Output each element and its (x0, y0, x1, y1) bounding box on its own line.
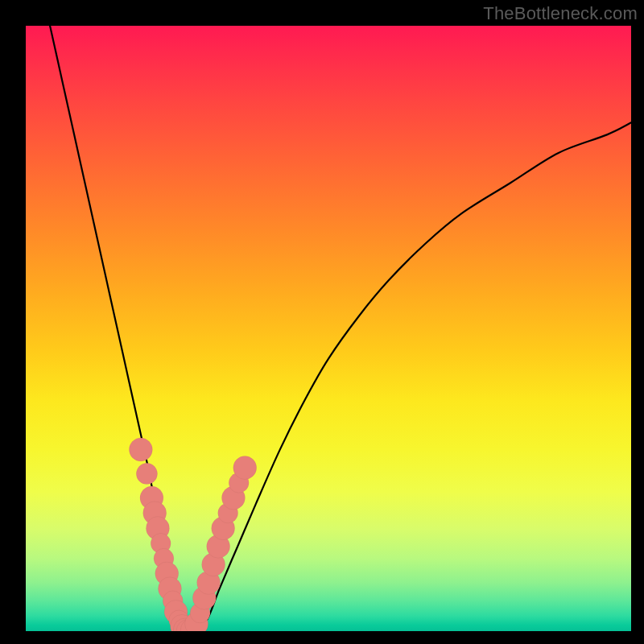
bottleneck-curve-group (50, 26, 631, 631)
curve-layer (26, 26, 631, 631)
watermark-text: TheBottleneck.com (483, 3, 638, 24)
bottleneck-curve (50, 26, 631, 631)
chart-frame (26, 26, 631, 631)
bead-markers-group (129, 438, 256, 631)
plot-area (26, 26, 631, 631)
bead-marker (129, 438, 152, 461)
bead-marker (233, 456, 257, 479)
bead-marker (136, 463, 157, 484)
